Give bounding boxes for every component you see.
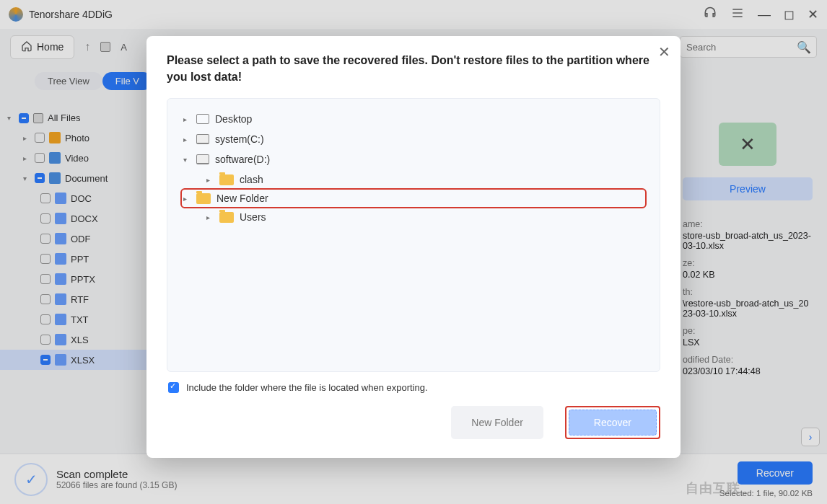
- modal-actions: New Folder Recover: [167, 406, 660, 439]
- folder-icon: [219, 174, 234, 185]
- path-label: Desktop: [215, 113, 252, 125]
- folder-icon: [219, 212, 234, 223]
- path-users[interactable]: ▸Users: [182, 207, 645, 227]
- close-modal-icon[interactable]: ✕: [658, 43, 670, 61]
- include-label: Include the folder where the file is loc…: [186, 382, 428, 393]
- path-label: software(D:): [215, 154, 270, 165]
- path-tree: ▸Desktop ▸system(C:) ▾software(D:) ▸clas…: [167, 98, 660, 372]
- path-label: system(C:): [215, 133, 264, 145]
- monitor-icon: [196, 114, 209, 124]
- path-software-d[interactable]: ▾software(D:): [182, 149, 645, 169]
- new-folder-button[interactable]: New Folder: [451, 406, 543, 439]
- path-desktop[interactable]: ▸Desktop: [182, 109, 645, 129]
- path-clash[interactable]: ▸clash: [182, 169, 645, 190]
- path-label: Users: [240, 211, 266, 223]
- path-new-folder[interactable]: ▸New Folder: [182, 190, 645, 207]
- recover-highlight: Recover: [565, 406, 660, 439]
- modal-overlay: ✕ Please select a path to save the recov…: [0, 0, 827, 504]
- drive-icon: [196, 134, 209, 144]
- path-system-c[interactable]: ▸system(C:): [182, 129, 645, 149]
- save-path-modal: ✕ Please select a path to save the recov…: [146, 36, 681, 458]
- drive-icon: [196, 154, 209, 164]
- path-label: clash: [240, 174, 263, 185]
- path-label: New Folder: [216, 193, 268, 204]
- folder-icon: [196, 193, 211, 204]
- modal-recover-button[interactable]: Recover: [569, 410, 657, 436]
- modal-header: Please select a path to save the recover…: [167, 52, 660, 85]
- include-checkbox-icon[interactable]: [168, 382, 179, 393]
- include-folder-row[interactable]: Include the folder where the file is loc…: [168, 382, 659, 393]
